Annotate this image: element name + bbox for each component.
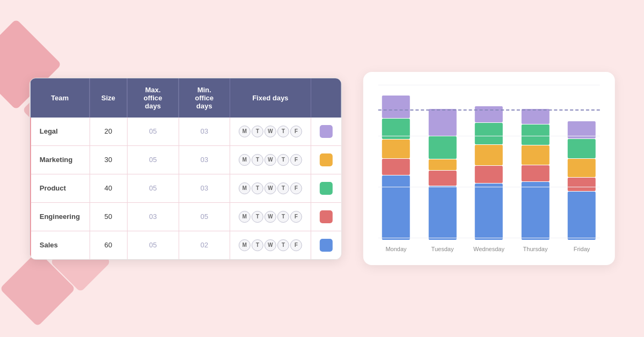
day-badge: W (265, 182, 276, 194)
day-badge: M (239, 154, 251, 166)
table-row: Engineering500305MTWTF (31, 202, 341, 231)
min-office-days-cell: 03 (179, 174, 230, 202)
min-office-days-cell: 05 (179, 202, 230, 231)
day-badge: T (252, 182, 264, 194)
bar-segment (429, 159, 457, 170)
bar-segment (522, 109, 550, 124)
day-badge: W (265, 211, 276, 223)
bar-group: Wednesday (471, 106, 507, 252)
bar-day-label: Thursday (523, 246, 548, 252)
day-badges-group: MTWTF (239, 182, 302, 194)
fixed-days-cell: MTWTF (230, 174, 311, 202)
bar-stack (568, 121, 596, 240)
bar-segment (475, 106, 503, 122)
bar-segment (522, 182, 550, 240)
day-badge: F (290, 239, 302, 251)
chart-area: MondayTuesdayWednesdayThursdayFriday (378, 85, 599, 258)
bar-segment (382, 175, 410, 240)
max-office-days-cell: 05 (127, 231, 179, 259)
bar-group: Thursday (517, 109, 553, 252)
team-color-swatch (320, 153, 333, 166)
min-office-days-cell: 03 (179, 145, 230, 174)
table-row: Sales600502MTWTF (31, 231, 341, 259)
day-badge: M (239, 126, 251, 137)
min-office-days-cell: 02 (179, 231, 230, 259)
bar-group: Tuesday (425, 109, 460, 252)
day-badge: M (239, 211, 251, 223)
chart-dashed-line (378, 109, 599, 111)
team-color-swatch (320, 239, 333, 252)
bar-segment (568, 178, 596, 191)
bar-stack (429, 109, 457, 240)
bar-segment (568, 139, 596, 158)
bar-segment (475, 184, 503, 240)
team-color-swatch (320, 182, 333, 195)
bar-stack (475, 106, 503, 240)
max-office-days-cell: 05 (127, 145, 179, 174)
table-header-min_office_days: Min. office days (179, 78, 230, 118)
team-size-cell: 20 (90, 118, 127, 146)
team-name-cell: Marketing (31, 145, 90, 174)
table-body: Legal200503MTWTFMarketing300503MTWTFProd… (31, 118, 341, 259)
bar-segment (475, 123, 503, 144)
bar-segment (522, 145, 550, 165)
table-row: Legal200503MTWTF (31, 118, 341, 146)
team-color-cell (311, 231, 341, 259)
bar-segment (429, 109, 457, 136)
day-badge: T (252, 126, 264, 137)
table-header-row: TeamSizeMax. office daysMin. office days… (31, 78, 341, 118)
team-color-cell (311, 202, 341, 231)
table-header-team: Team (31, 78, 90, 118)
day-badge: W (265, 239, 276, 251)
day-badge: F (290, 126, 302, 137)
day-badge: T (252, 154, 264, 166)
day-badge: T (277, 182, 289, 194)
team-color-cell (311, 145, 341, 174)
bar-segment (429, 136, 457, 159)
day-badge: T (277, 239, 289, 251)
team-name-cell: Product (31, 174, 90, 202)
chart-card: MondayTuesdayWednesdayThursdayFriday (363, 72, 614, 265)
bar-segment (475, 166, 503, 183)
table-header-color (311, 78, 341, 118)
team-size-cell: 30 (90, 145, 127, 174)
bar-segment (429, 186, 457, 240)
bar-stack (522, 109, 550, 240)
day-badge: M (239, 239, 251, 251)
day-badge: F (290, 154, 302, 166)
bar-segment (568, 121, 596, 138)
day-badge: T (277, 126, 289, 137)
bar-segment (382, 119, 410, 139)
bar-segment (382, 159, 410, 175)
fixed-days-cell: MTWTF (230, 231, 311, 259)
bar-segment (522, 165, 550, 181)
bar-segment (568, 159, 596, 177)
table-header-max_office_days: Max. office days (127, 78, 179, 118)
table-row: Marketing300503MTWTF (31, 145, 341, 174)
day-badges-group: MTWTF (239, 126, 302, 137)
bar-segment (475, 145, 503, 165)
day-badge: T (277, 154, 289, 166)
day-badges-group: MTWTF (239, 154, 302, 166)
max-office-days-cell: 03 (127, 202, 179, 231)
table-row: Product400503MTWTF (31, 174, 341, 202)
team-table-wrapper: TeamSizeMax. office daysMin. office days… (30, 78, 342, 260)
day-badges-group: MTWTF (239, 239, 302, 251)
bar-day-label: Friday (574, 246, 590, 252)
team-name-cell: Legal (31, 118, 90, 146)
team-color-swatch (320, 210, 333, 223)
bar-day-label: Tuesday (431, 246, 454, 252)
bar-segment (382, 140, 410, 158)
bar-stack (382, 96, 410, 240)
day-badge: T (252, 211, 264, 223)
table-header-size: Size (90, 78, 127, 118)
table-header-fixed_days: Fixed days (230, 78, 311, 118)
day-badge: F (290, 211, 302, 223)
team-color-cell (311, 174, 341, 202)
fixed-days-cell: MTWTF (230, 118, 311, 146)
max-office-days-cell: 05 (127, 174, 179, 202)
day-badge: M (239, 182, 251, 194)
bar-day-label: Monday (385, 246, 406, 252)
team-size-cell: 40 (90, 174, 127, 202)
team-name-cell: Sales (31, 231, 90, 259)
